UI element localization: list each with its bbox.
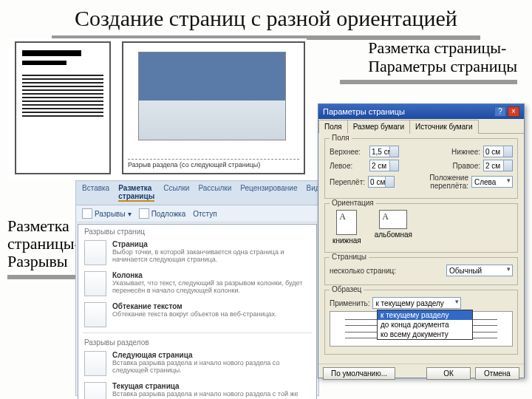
menu-item-column[interactable]: Колонка Указывает, что текст, следующий …	[78, 268, 316, 299]
tab-mailings[interactable]: Рассылки	[198, 184, 231, 202]
margins-fieldset: Поля Верхнее: 1,5 см Нижнее: 0 см Левое:…	[324, 138, 518, 199]
gutter-pos-label: Положение переплёта:	[398, 174, 468, 190]
breaks-menu-section-pages: Разрывы страниц	[78, 225, 316, 237]
breaks-label: Разрывы	[95, 210, 126, 218]
slide-title: Создание страниц с разной ориентацией	[0, 0, 532, 34]
menu-desc: Указывает, что текст, следующий за разры…	[112, 279, 310, 295]
apply-option-all[interactable]: ко всему документу	[378, 330, 472, 339]
apply-dropdown-list: к текущему разделу до конца документа ко…	[377, 310, 473, 340]
menu-item-textwrap[interactable]: Обтекание текстом Обтекание текста вокру…	[78, 299, 316, 330]
multi-pages-label: несколько страниц:	[330, 267, 396, 275]
preview-fieldset: Образец Применить: к текущему разделу к …	[324, 290, 518, 355]
left-label: Левое:	[330, 162, 366, 170]
orientation-legend: Ориентация	[330, 199, 376, 207]
menu-title: Текущая страница	[112, 382, 310, 390]
menu-item-continuous[interactable]: Текущая страница Вставка разрыва раздела…	[78, 379, 316, 399]
pages-legend: Страницы	[330, 253, 369, 261]
breaks-menu-section-sections: Разрывы разделов	[78, 335, 316, 348]
doc-page-landscape: Разрыв раздела (со следующей страницы)	[122, 41, 305, 174]
menu-title: Следующая страница	[112, 351, 310, 359]
help-button[interactable]: ?	[494, 106, 506, 117]
tab-page-layout[interactable]: Разметка страницы	[118, 184, 154, 202]
multi-pages-combo[interactable]: Обычный	[446, 265, 513, 276]
continuous-icon	[84, 382, 106, 399]
pages-fieldset: Страницы несколько страниц: Обычный	[324, 257, 518, 285]
dialog-titlebar: Параметры страницы ? ×	[318, 104, 524, 119]
watermark-button[interactable]: Подложка	[139, 208, 186, 219]
breaks-button[interactable]: Разрывы▾	[82, 208, 132, 219]
menu-desc: Вставка разрыва раздела и начало нового …	[112, 359, 310, 375]
ribbon-row: Разрывы▾ Подложка Отступ	[76, 205, 318, 222]
orientation-fieldset: Ориентация книжная альбомная	[324, 203, 518, 253]
landscape-icon	[379, 210, 407, 229]
next-page-icon	[84, 351, 106, 376]
doc-page-portrait	[15, 41, 111, 174]
menu-title: Обтекание текстом	[112, 302, 277, 310]
landscape-label: альбомная	[375, 231, 412, 239]
indent-label: Отступ	[193, 210, 216, 218]
tab-margins[interactable]: Поля	[318, 120, 348, 134]
tab-insert[interactable]: Вставка	[82, 184, 109, 202]
doc-image	[138, 52, 286, 140]
subtitle-underline	[340, 80, 517, 84]
bottom-input[interactable]: 0 см	[483, 146, 513, 157]
right-input[interactable]: 2 см	[483, 160, 513, 171]
apply-option-end[interactable]: до конца документа	[378, 320, 472, 330]
portrait-icon	[336, 210, 357, 235]
watermark-label: Подложка	[151, 210, 186, 218]
right-label: Правое:	[440, 162, 480, 170]
bottom-label: Нижнее:	[440, 148, 480, 156]
tab-paper[interactable]: Размер бумаги	[347, 120, 410, 134]
menu-desc: Вставка разрыва раздела и начало нового …	[112, 390, 310, 399]
dialog-tabs: Поля Размер бумаги Источник бумаги	[318, 119, 524, 134]
tab-review[interactable]: Рецензирование	[240, 184, 297, 202]
menu-desc: Выбор точки, в которой заканчивается одн…	[112, 248, 310, 264]
orientation-landscape[interactable]: альбомная	[375, 210, 412, 245]
doc-preview: Разрыв раздела (со следующей страницы)	[7, 38, 307, 179]
margins-legend: Поля	[330, 134, 352, 142]
gutter-label: Переплёт:	[330, 178, 365, 186]
caption-left: Разметкастраницы-Разрывы	[7, 217, 80, 271]
top-input[interactable]: 1,5 см	[369, 146, 399, 157]
ok-button[interactable]: ОК	[426, 367, 471, 380]
ribbon: Вставка Разметка страницы Ссылки Рассылк…	[75, 180, 319, 396]
apply-combo[interactable]: к текущему разделу	[372, 297, 461, 309]
left-input[interactable]: 2 см	[369, 160, 399, 171]
textwrap-icon	[84, 302, 106, 327]
apply-option-current[interactable]: к текущему разделу	[378, 310, 472, 320]
dialog-title: Параметры страницы	[323, 107, 405, 116]
breaks-icon	[82, 208, 92, 219]
default-button[interactable]: По умолчанию...	[323, 367, 395, 380]
tab-source[interactable]: Источник бумаги	[409, 120, 479, 134]
menu-desc: Обтекание текста вокруг объектов на веб-…	[112, 310, 277, 318]
caption-underline	[7, 275, 81, 279]
watermark-icon	[139, 208, 149, 219]
preview-legend: Образец	[330, 285, 364, 293]
top-label: Верхнее:	[330, 148, 366, 156]
menu-title: Колонка	[112, 271, 310, 279]
page-break-icon	[84, 240, 106, 265]
cancel-button[interactable]: Отмена	[475, 367, 519, 380]
orientation-portrait[interactable]: книжная	[332, 210, 361, 245]
ribbon-tabs: Вставка Разметка страницы Ссылки Рассылк…	[76, 181, 318, 205]
close-button[interactable]: ×	[508, 106, 519, 117]
menu-item-page[interactable]: Страница Выбор точки, в которой заканчив…	[78, 237, 316, 268]
portrait-label: книжная	[332, 236, 361, 245]
gutter-pos-combo[interactable]: Слева	[471, 176, 513, 188]
menu-title: Страница	[112, 240, 310, 248]
section-break-label: Разрыв раздела (со следующей страницы)	[128, 159, 299, 168]
tab-references[interactable]: Ссылки	[163, 184, 189, 202]
menu-item-next-page[interactable]: Следующая страница Вставка разрыва разде…	[78, 348, 316, 379]
indent-group: Отступ	[193, 210, 216, 218]
page-setup-dialog: Параметры страницы ? × Поля Размер бумаг…	[318, 103, 525, 378]
gutter-input[interactable]: 0 см	[368, 176, 395, 188]
apply-label: Применить:	[330, 299, 369, 307]
column-break-icon	[84, 271, 106, 296]
subtitle-right: Разметка страницы-Параметры страницы	[368, 38, 517, 76]
breaks-menu: Разрывы страниц Страница Выбор точки, в …	[78, 224, 317, 399]
